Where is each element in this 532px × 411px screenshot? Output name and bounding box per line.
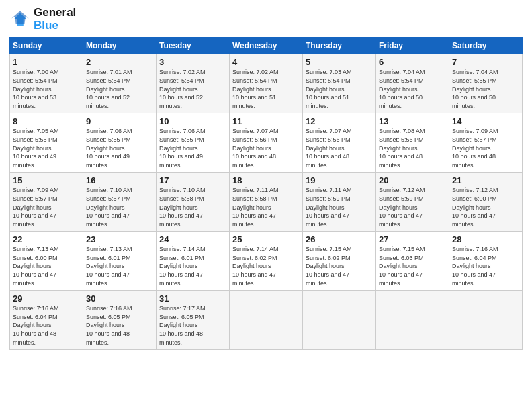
logo-text: General Blue	[34, 7, 76, 32]
day-info: Sunrise: 7:14 AMSunset: 6:02 PMDaylight …	[232, 245, 300, 287]
day-number: 6	[379, 57, 446, 67]
calendar-day: 1Sunrise: 7:00 AMSunset: 5:54 PMDaylight…	[10, 54, 83, 113]
day-number: 30	[86, 293, 153, 304]
weekday-header: Friday	[376, 38, 449, 54]
day-info: Sunrise: 7:13 AMSunset: 6:01 PMDaylight …	[86, 245, 153, 287]
day-info: Sunrise: 7:16 AMSunset: 6:04 PMDaylight …	[452, 245, 519, 287]
day-info: Sunrise: 7:10 AMSunset: 5:58 PMDaylight …	[159, 186, 226, 228]
day-info: Sunrise: 7:11 AMSunset: 5:59 PMDaylight …	[306, 186, 373, 228]
calendar-empty	[230, 291, 303, 350]
day-info: Sunrise: 7:16 AMSunset: 6:05 PMDaylight …	[86, 304, 153, 347]
day-number: 8	[13, 116, 80, 126]
day-info: Sunrise: 7:07 AMSunset: 5:56 PMDaylight …	[232, 127, 300, 169]
calendar-header: SundayMondayTuesdayWednesdayThursdayFrid…	[10, 38, 523, 54]
calendar-day: 25Sunrise: 7:14 AMSunset: 6:02 PMDayligh…	[230, 232, 303, 291]
day-info: Sunrise: 7:06 AMSunset: 5:55 PMDaylight …	[159, 127, 226, 169]
weekday-header: Monday	[83, 38, 157, 54]
calendar-day: 23Sunrise: 7:13 AMSunset: 6:01 PMDayligh…	[83, 232, 157, 291]
calendar-day: 27Sunrise: 7:15 AMSunset: 6:03 PMDayligh…	[376, 232, 449, 291]
calendar-day: 7Sunrise: 7:04 AMSunset: 5:55 PMDaylight…	[449, 54, 523, 113]
day-number: 19	[306, 175, 373, 185]
day-number: 9	[86, 116, 153, 126]
calendar-empty	[449, 291, 523, 350]
day-info: Sunrise: 7:04 AMSunset: 5:54 PMDaylight …	[379, 68, 446, 110]
calendar-empty	[376, 291, 449, 350]
day-info: Sunrise: 7:03 AMSunset: 5:54 PMDaylight …	[306, 68, 373, 110]
calendar-empty	[303, 291, 376, 350]
calendar-row: 15Sunrise: 7:09 AMSunset: 5:57 PMDayligh…	[10, 173, 523, 232]
calendar-row: 22Sunrise: 7:13 AMSunset: 6:00 PMDayligh…	[10, 232, 523, 291]
calendar-day: 19Sunrise: 7:11 AMSunset: 5:59 PMDayligh…	[303, 173, 376, 232]
day-info: Sunrise: 7:11 AMSunset: 5:58 PMDaylight …	[232, 186, 300, 228]
calendar-row: 29Sunrise: 7:16 AMSunset: 6:04 PMDayligh…	[10, 291, 523, 350]
logo: General Blue	[9, 7, 76, 32]
calendar-day: 2Sunrise: 7:01 AMSunset: 5:54 PMDaylight…	[83, 54, 157, 113]
day-info: Sunrise: 7:14 AMSunset: 6:01 PMDaylight …	[159, 245, 226, 287]
day-info: Sunrise: 7:10 AMSunset: 5:57 PMDaylight …	[86, 186, 153, 228]
day-info: Sunrise: 7:12 AMSunset: 6:00 PMDaylight …	[452, 186, 519, 228]
calendar-day: 16Sunrise: 7:10 AMSunset: 5:57 PMDayligh…	[83, 173, 157, 232]
day-number: 21	[452, 175, 519, 185]
day-number: 25	[232, 234, 300, 244]
calendar-day: 20Sunrise: 7:12 AMSunset: 5:59 PMDayligh…	[376, 173, 449, 232]
day-number: 12	[306, 116, 373, 126]
calendar-day: 10Sunrise: 7:06 AMSunset: 5:55 PMDayligh…	[157, 113, 230, 173]
day-number: 28	[452, 234, 519, 244]
page-container: General Blue SundayMondayTuesdayWednesda…	[0, 0, 532, 357]
calendar-day: 21Sunrise: 7:12 AMSunset: 6:00 PMDayligh…	[449, 173, 523, 232]
day-info: Sunrise: 7:04 AMSunset: 5:55 PMDaylight …	[452, 68, 519, 110]
calendar-table: SundayMondayTuesdayWednesdayThursdayFrid…	[9, 37, 523, 350]
day-number: 4	[232, 57, 300, 67]
weekday-header: Sunday	[10, 38, 83, 54]
day-info: Sunrise: 7:15 AMSunset: 6:03 PMDaylight …	[379, 245, 446, 287]
day-info: Sunrise: 7:12 AMSunset: 5:59 PMDaylight …	[379, 186, 446, 228]
calendar-day: 6Sunrise: 7:04 AMSunset: 5:54 PMDaylight…	[376, 54, 449, 113]
day-info: Sunrise: 7:00 AMSunset: 5:54 PMDaylight …	[13, 68, 80, 110]
weekday-header: Thursday	[303, 38, 376, 54]
calendar-day: 11Sunrise: 7:07 AMSunset: 5:56 PMDayligh…	[230, 113, 303, 173]
day-number: 14	[452, 116, 519, 126]
calendar-day: 26Sunrise: 7:15 AMSunset: 6:02 PMDayligh…	[303, 232, 376, 291]
day-info: Sunrise: 7:17 AMSunset: 6:05 PMDaylight …	[159, 304, 226, 347]
day-number: 20	[379, 175, 446, 185]
calendar-day: 31Sunrise: 7:17 AMSunset: 6:05 PMDayligh…	[157, 291, 230, 350]
page-header: General Blue	[9, 7, 523, 32]
day-info: Sunrise: 7:16 AMSunset: 6:04 PMDaylight …	[13, 304, 80, 347]
day-info: Sunrise: 7:08 AMSunset: 5:56 PMDaylight …	[379, 127, 446, 169]
calendar-day: 24Sunrise: 7:14 AMSunset: 6:01 PMDayligh…	[157, 232, 230, 291]
day-number: 31	[159, 293, 226, 304]
calendar-day: 9Sunrise: 7:06 AMSunset: 5:55 PMDaylight…	[83, 113, 157, 173]
day-number: 22	[13, 234, 80, 244]
day-info: Sunrise: 7:13 AMSunset: 6:00 PMDaylight …	[13, 245, 80, 287]
day-number: 13	[379, 116, 446, 126]
calendar-row: 8Sunrise: 7:05 AMSunset: 5:55 PMDaylight…	[10, 113, 523, 173]
calendar-row: 1Sunrise: 7:00 AMSunset: 5:54 PMDaylight…	[10, 54, 523, 113]
day-number: 26	[306, 234, 373, 244]
day-info: Sunrise: 7:06 AMSunset: 5:55 PMDaylight …	[86, 127, 153, 169]
calendar-day: 8Sunrise: 7:05 AMSunset: 5:55 PMDaylight…	[10, 113, 83, 173]
day-info: Sunrise: 7:05 AMSunset: 5:55 PMDaylight …	[13, 127, 80, 169]
day-number: 24	[159, 234, 226, 244]
day-number: 7	[452, 57, 519, 67]
logo-icon	[9, 9, 31, 30]
day-number: 27	[379, 234, 446, 244]
svg-marker-1	[11, 11, 29, 24]
calendar-day: 12Sunrise: 7:07 AMSunset: 5:56 PMDayligh…	[303, 113, 376, 173]
calendar-day: 30Sunrise: 7:16 AMSunset: 6:05 PMDayligh…	[83, 291, 157, 350]
calendar-day: 22Sunrise: 7:13 AMSunset: 6:00 PMDayligh…	[10, 232, 83, 291]
day-number: 23	[86, 234, 153, 244]
weekday-header: Wednesday	[230, 38, 303, 54]
day-info: Sunrise: 7:15 AMSunset: 6:02 PMDaylight …	[306, 245, 373, 287]
calendar-day: 29Sunrise: 7:16 AMSunset: 6:04 PMDayligh…	[10, 291, 83, 350]
calendar-day: 28Sunrise: 7:16 AMSunset: 6:04 PMDayligh…	[449, 232, 523, 291]
day-number: 3	[159, 57, 226, 67]
day-number: 5	[306, 57, 373, 67]
day-number: 10	[159, 116, 226, 126]
day-number: 17	[159, 175, 226, 185]
day-info: Sunrise: 7:09 AMSunset: 5:57 PMDaylight …	[13, 186, 80, 228]
day-number: 11	[232, 116, 300, 126]
day-number: 29	[13, 293, 80, 304]
calendar-day: 13Sunrise: 7:08 AMSunset: 5:56 PMDayligh…	[376, 113, 449, 173]
calendar-day: 17Sunrise: 7:10 AMSunset: 5:58 PMDayligh…	[157, 173, 230, 232]
calendar-day: 18Sunrise: 7:11 AMSunset: 5:58 PMDayligh…	[230, 173, 303, 232]
